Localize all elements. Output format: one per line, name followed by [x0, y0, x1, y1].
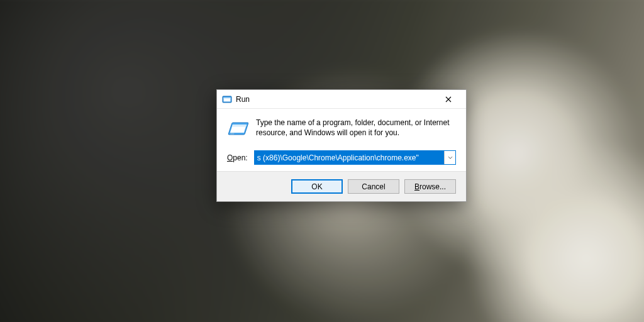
svg-rect-2 — [224, 97, 231, 99]
open-dropdown-button[interactable] — [444, 151, 455, 164]
open-label: Open: — [227, 153, 248, 162]
close-icon — [445, 96, 452, 103]
chevron-down-icon — [448, 156, 453, 160]
cancel-button[interactable]: Cancel — [348, 179, 399, 194]
dialog-description: Type the name of a program, folder, docu… — [256, 118, 456, 140]
run-app-icon — [222, 94, 232, 104]
svg-rect-6 — [230, 133, 235, 135]
dialog-footer: OK Cancel Browse... — [217, 171, 466, 201]
dialog-title: Run — [236, 95, 250, 104]
titlebar[interactable]: Run — [217, 90, 466, 109]
browse-button[interactable]: Browse... — [404, 179, 456, 194]
close-button[interactable] — [435, 91, 462, 108]
open-combobox[interactable] — [254, 150, 456, 165]
run-dialog: Run Type the name of a program, folder — [216, 89, 467, 202]
open-input[interactable] — [255, 151, 444, 164]
svg-rect-5 — [232, 125, 247, 127]
dialog-body: Type the name of a program, folder, docu… — [217, 109, 466, 171]
run-large-icon — [227, 119, 248, 140]
ok-button[interactable]: OK — [291, 179, 343, 194]
